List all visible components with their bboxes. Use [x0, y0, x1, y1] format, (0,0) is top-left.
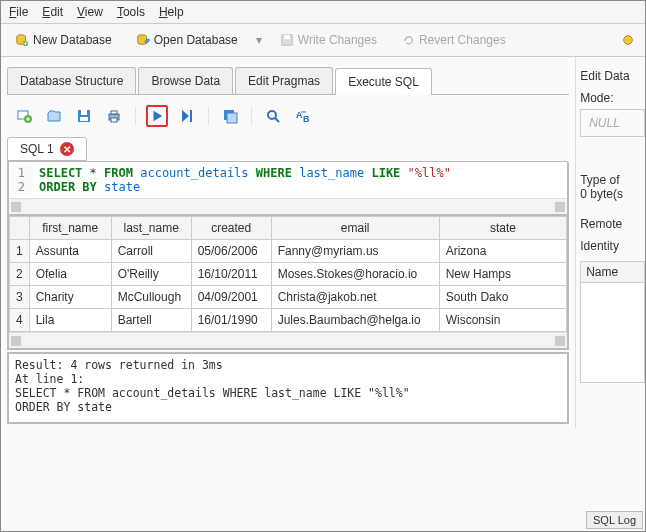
- svg-rect-16: [227, 113, 237, 123]
- col-last-name[interactable]: last_name: [111, 217, 191, 240]
- svg-rect-12: [111, 111, 117, 114]
- close-icon[interactable]: ✕: [60, 142, 74, 156]
- col-created[interactable]: created: [191, 217, 271, 240]
- row-number: 3: [10, 286, 30, 309]
- find-icon[interactable]: [262, 105, 284, 127]
- menu-bar: File Edit View Tools Help: [1, 1, 645, 24]
- revert-icon: [401, 33, 415, 47]
- open-sql-file-icon[interactable]: [43, 105, 65, 127]
- cell-email[interactable]: Moses.Stokes@horacio.io: [271, 263, 439, 286]
- print-icon[interactable]: [103, 105, 125, 127]
- menu-file[interactable]: File: [9, 5, 28, 19]
- identity-label: Identity: [580, 239, 645, 253]
- svg-rect-4: [284, 35, 289, 39]
- row-number: 1: [10, 240, 30, 263]
- cell-created[interactable]: 16/10/2011: [191, 263, 271, 286]
- col-first-name[interactable]: first_name: [29, 217, 111, 240]
- revert-changes-label: Revert Changes: [419, 33, 506, 47]
- mode-label: Mode:: [580, 91, 645, 105]
- cell-created[interactable]: 04/09/2001: [191, 286, 271, 309]
- row-number: 2: [10, 263, 30, 286]
- menu-edit[interactable]: Edit: [42, 5, 63, 19]
- save-results-icon[interactable]: [219, 105, 241, 127]
- cell-first-name[interactable]: Ofelia: [29, 263, 111, 286]
- separator: [135, 107, 136, 125]
- menu-help[interactable]: Help: [159, 5, 184, 19]
- horizontal-scrollbar[interactable]: [9, 198, 567, 214]
- cell-state[interactable]: South Dako: [439, 286, 567, 309]
- cell-last-name[interactable]: McCullough: [111, 286, 191, 309]
- table-row[interactable]: 1AssuntaCarroll05/06/2006Fanny@myriam.us…: [10, 240, 567, 263]
- col-email[interactable]: email: [271, 217, 439, 240]
- cell-state[interactable]: Arizona: [439, 240, 567, 263]
- cell-email[interactable]: Fanny@myriam.us: [271, 240, 439, 263]
- cell-first-name[interactable]: Lila: [29, 309, 111, 332]
- table-row[interactable]: 4LilaBartell16/01/1990Jules.Baumbach@hel…: [10, 309, 567, 332]
- separator: [251, 107, 252, 125]
- new-database-button[interactable]: New Database: [9, 30, 118, 50]
- code-line: SELECT * FROM account_details WHERE last…: [33, 166, 451, 180]
- main-toolbar: New Database Open Database ▾ Write Chang…: [1, 24, 645, 57]
- col-state[interactable]: state: [439, 217, 567, 240]
- main-tab-bar: Database Structure Browse Data Edit Prag…: [7, 67, 569, 95]
- cell-value[interactable]: NULL: [580, 109, 645, 137]
- menu-tools[interactable]: Tools: [117, 5, 145, 19]
- execute-button[interactable]: [146, 105, 168, 127]
- cell-created[interactable]: 05/06/2006: [191, 240, 271, 263]
- line-number: 1: [9, 166, 33, 180]
- cell-email[interactable]: Christa@jakob.net: [271, 286, 439, 309]
- execute-line-icon[interactable]: [176, 105, 198, 127]
- gear-icon: [621, 33, 635, 47]
- sql-tab-1[interactable]: SQL 1 ✕: [7, 137, 87, 161]
- cell-first-name[interactable]: Assunta: [29, 240, 111, 263]
- cell-last-name[interactable]: Bartell: [111, 309, 191, 332]
- cell-created[interactable]: 16/01/1990: [191, 309, 271, 332]
- svg-text:B: B: [303, 114, 310, 124]
- result-log[interactable]: Result: 4 rows returned in 3ms At line 1…: [7, 352, 569, 424]
- open-database-label: Open Database: [154, 33, 238, 47]
- tab-browse-data[interactable]: Browse Data: [138, 67, 233, 94]
- save-sql-icon[interactable]: [73, 105, 95, 127]
- horizontal-scrollbar[interactable]: [9, 332, 567, 348]
- new-sql-tab-icon[interactable]: [13, 105, 35, 127]
- svg-rect-14: [190, 110, 192, 122]
- sql-editor[interactable]: 1 SELECT * FROM account_details WHERE la…: [7, 161, 569, 216]
- extra-button[interactable]: [615, 30, 641, 50]
- cell-last-name[interactable]: O'Reilly: [111, 263, 191, 286]
- cell-email[interactable]: Jules.Baumbach@helga.io: [271, 309, 439, 332]
- write-changes-label: Write Changes: [298, 33, 377, 47]
- tab-database-structure[interactable]: Database Structure: [7, 67, 136, 94]
- svg-rect-10: [80, 117, 88, 121]
- type-label: Type of: [580, 173, 645, 187]
- save-icon: [280, 33, 294, 47]
- row-number: 4: [10, 309, 30, 332]
- revert-changes-button: Revert Changes: [395, 30, 512, 50]
- svg-point-5: [624, 36, 633, 45]
- results-table: first_name last_name created email state…: [7, 216, 569, 350]
- cell-state[interactable]: Wisconsin: [439, 309, 567, 332]
- open-database-button[interactable]: Open Database: [130, 30, 244, 50]
- open-database-dropdown[interactable]: ▾: [256, 33, 262, 47]
- database-open-icon: [136, 33, 150, 47]
- right-panel: Edit Data Mode: NULL Type of 0 byte(s Re…: [575, 57, 645, 428]
- database-new-icon: [15, 33, 29, 47]
- remote-list[interactable]: [580, 283, 645, 383]
- cell-state[interactable]: New Hamps: [439, 263, 567, 286]
- remote-header: Remote: [580, 217, 645, 231]
- tab-edit-pragmas[interactable]: Edit Pragmas: [235, 67, 333, 94]
- cell-first-name[interactable]: Charity: [29, 286, 111, 309]
- row-header-blank: [10, 217, 30, 240]
- code-line: ORDER BY state: [33, 180, 140, 194]
- sql-tab-label: SQL 1: [20, 142, 54, 156]
- find-replace-icon[interactable]: AB: [292, 105, 314, 127]
- tab-execute-sql[interactable]: Execute SQL: [335, 68, 432, 95]
- cell-last-name[interactable]: Carroll: [111, 240, 191, 263]
- table-row[interactable]: 2OfeliaO'Reilly16/10/2011Moses.Stokes@ho…: [10, 263, 567, 286]
- table-row[interactable]: 3CharityMcCullough04/09/2001Christa@jako…: [10, 286, 567, 309]
- write-changes-button: Write Changes: [274, 30, 383, 50]
- svg-point-17: [268, 111, 276, 119]
- new-database-label: New Database: [33, 33, 112, 47]
- menu-view[interactable]: View: [77, 5, 103, 19]
- svg-rect-13: [111, 118, 117, 122]
- size-label: 0 byte(s: [580, 187, 645, 201]
